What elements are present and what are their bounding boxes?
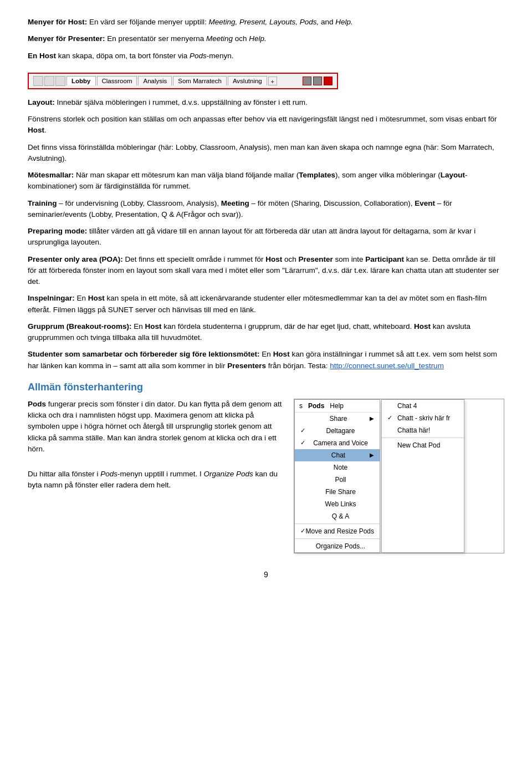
menu-column: s Pods Help Share ▶ ✓ Deltagare ✓ Camera…: [294, 399, 504, 553]
pods-menu: s Pods Help Share ▶ ✓ Deltagare ✓ Camera…: [294, 399, 380, 553]
chat-check: [300, 452, 307, 459]
submenu-item-chatt-skriv[interactable]: ✓ Chatt - skriv här fr: [382, 412, 464, 424]
qa-label: Q & A: [332, 512, 349, 520]
toolbar-tab-avslutning[interactable]: Avslutning: [228, 76, 267, 85]
move-check: ✓: [300, 527, 306, 535]
event-label: Event: [415, 199, 435, 207]
menu-item-share[interactable]: Share ▶: [295, 413, 380, 425]
menu-header-pods: Pods: [308, 402, 324, 410]
qa-check: [300, 513, 307, 520]
page-number: 9: [28, 570, 504, 579]
menu-item-move-resize[interactable]: ✓ Move and Resize Pods: [295, 525, 380, 537]
menu-item-fileshare[interactable]: File Share: [295, 486, 380, 498]
toolbar-icon-3: [55, 76, 65, 86]
para-det-finns: Det finns vissa förinställda möbleringar…: [28, 142, 504, 165]
bottom-section: Pods fungerar precis som fönster i din d…: [28, 399, 504, 553]
chatt-skriv-check: ✓: [387, 414, 394, 421]
fileshare-check: [300, 489, 307, 495]
chatt-skriv-label: Chatt - skriv här fr: [397, 414, 450, 422]
toolbar-inner: Lobby Classroom Analysis Som Marratech A…: [33, 76, 332, 86]
toolbar-close-btn[interactable]: [324, 77, 332, 85]
menu-item-deltagare[interactable]: ✓ Deltagare: [295, 425, 380, 437]
organize-label: Organize Pods...: [316, 542, 365, 550]
meeting-label: Meeting: [221, 199, 249, 207]
menu-header: s Pods Help: [295, 400, 380, 413]
poa-host: Host: [265, 255, 282, 263]
chatta-har-check: [387, 427, 394, 434]
toolbar-image: Lobby Classroom Analysis Som Marratech A…: [28, 73, 338, 89]
para-pods-2: Du hittar alla fönster i Pods-menyn uppt…: [28, 469, 283, 491]
toolbar-tab-classroom[interactable]: Classroom: [97, 76, 137, 85]
toolbar-grid-btn[interactable]: [303, 77, 311, 85]
para-menyer-presenter: Menyer för Presenter: En presentatör ser…: [28, 33, 504, 44]
weblinks-label: Web Links: [325, 500, 356, 508]
submenu-separator: [382, 438, 464, 438]
menu-screenshot: s Pods Help Share ▶ ✓ Deltagare ✓ Camera…: [294, 399, 504, 553]
camera-check: ✓: [300, 439, 307, 446]
deltagare-label: Deltagare: [326, 427, 355, 435]
new-chat-check: [387, 442, 394, 449]
para-preparing: Preparing mode: tillåter värden att gå v…: [28, 226, 504, 248]
para-pods-1: Pods fungerar precis som fönster i din d…: [28, 399, 283, 455]
poll-check: [300, 476, 307, 483]
inspelningar-label: Inspelningar:: [28, 294, 75, 302]
training-label: Training: [28, 199, 57, 207]
poa-label: Presenter only area (POA):: [28, 255, 123, 263]
para-fonstrens: Fönstrens storlek och position kan ställ…: [28, 114, 504, 136]
para-menyer-host: Menyer för Host: En värd ser följande me…: [28, 17, 504, 28]
toolbar-add-btn[interactable]: +: [268, 77, 277, 85]
menu-item-chat[interactable]: Chat ▶: [295, 449, 380, 461]
menu-item-note[interactable]: Note: [295, 461, 380, 474]
para-poa: Presenter only area (POA): Det finns ett…: [28, 254, 504, 288]
para-grupprum: Grupprum (Breakout-rooms): En Host kan f…: [28, 321, 504, 344]
fonstrens-host: Host: [28, 126, 44, 134]
submenu-item-chat4[interactable]: Chat 4: [382, 400, 464, 412]
poa-participant: Participant: [365, 255, 404, 263]
toolbar-tab-lobby[interactable]: Lobby: [66, 76, 96, 85]
menu-separator-2: [295, 538, 380, 539]
studenter-host: Host: [273, 350, 290, 358]
en-host-label: En Host: [28, 52, 56, 60]
menu-header-s: s: [299, 402, 303, 410]
toolbar-icon-1: [33, 76, 43, 86]
templates-label: Templates: [299, 171, 335, 179]
grupprum-host: Host: [145, 322, 162, 331]
submenu-item-chatta-har[interactable]: Chatta här!: [382, 424, 464, 436]
share-arrow: ▶: [370, 415, 374, 421]
menu-item-qa[interactable]: Q & A: [295, 510, 380, 522]
menyer-host-label: Menyer för Host:: [28, 18, 87, 26]
pods-bold-1: Pods: [28, 400, 46, 408]
menyer-presenter-label: Menyer för Presenter:: [28, 34, 105, 43]
motesmallar-label: Mötesmallar:: [28, 171, 74, 179]
menu-item-organize[interactable]: Organize Pods...: [295, 540, 380, 552]
para-motesmallar: Mötesmallar: När man skapar ett mötesrum…: [28, 170, 504, 192]
para-inspelningar: Inspelningar: En Host kan spela in ett m…: [28, 293, 504, 316]
para-training: Training – för undervisning (Lobby, Clas…: [28, 198, 504, 221]
menyer-host-text: En värd ser följande menyer upptill: Mee…: [87, 18, 353, 26]
menu-item-camera-voice[interactable]: ✓ Camera and Voice: [295, 437, 380, 449]
submenu-item-new-chat[interactable]: New Chat Pod: [382, 439, 464, 451]
chat4-label: Chat 4: [397, 402, 417, 410]
chat-submenu: Chat 4 ✓ Chatt - skriv här fr Chatta här…: [381, 399, 464, 553]
grupprum-host2: Host: [414, 322, 431, 331]
menu-item-poll[interactable]: Poll: [295, 474, 380, 486]
grupprum-label: Grupprum (Breakout-rooms):: [28, 322, 132, 331]
chat-arrow: ▶: [370, 452, 374, 458]
toolbar-tab-analysis[interactable]: Analysis: [138, 76, 172, 85]
menu-header-help: Help: [330, 402, 344, 410]
preparing-label: Preparing mode:: [28, 227, 87, 235]
studenter-presenters: Presenters: [227, 362, 266, 370]
para-studenter: Studenter som samarbetar och förbereder …: [28, 349, 504, 372]
toolbar-minimize-btn[interactable]: [313, 77, 322, 85]
testrum-link[interactable]: http://connect.sunet.se/ull_testrum: [330, 362, 444, 370]
camera-label: Camera and Voice: [313, 439, 368, 447]
note-label: Note: [334, 464, 347, 471]
section-heading: Allmän fönsterhantering: [28, 382, 504, 393]
studenter-label: Studenter som samarbetar och förbereder …: [28, 350, 260, 358]
para-en-host: En Host kan skapa, döpa om, ta bort föns…: [28, 50, 504, 62]
inspelningar-host: Host: [88, 294, 105, 302]
weblinks-check: [300, 501, 307, 507]
toolbar-tab-sommarratech[interactable]: Som Marratech: [173, 76, 227, 85]
menu-item-weblinks[interactable]: Web Links: [295, 498, 380, 510]
new-chat-label: New Chat Pod: [397, 441, 440, 449]
